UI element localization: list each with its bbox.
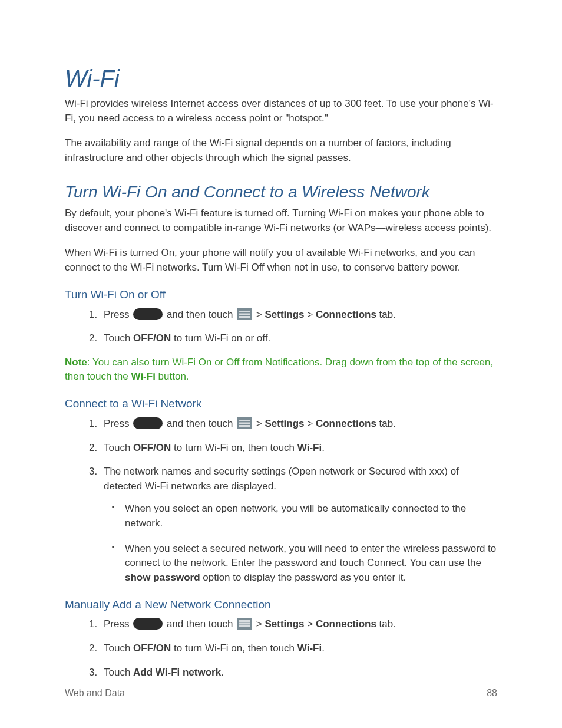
step-text: . (322, 442, 325, 453)
footer-page-number: 88 (487, 688, 497, 699)
bullet-text: When you select a secured network, you w… (125, 543, 496, 569)
note-text: You can also turn Wi-Fi On or Off from N… (65, 357, 493, 383)
sub-bullets: When you select an open network, you wil… (104, 502, 497, 585)
list-item: When you select a secured network, you w… (125, 542, 497, 585)
menu-icon (237, 308, 252, 320)
add-wifi-network-label: Add Wi-Fi network (133, 667, 221, 678)
step-text: > (305, 618, 316, 630)
settings-label: Settings (265, 309, 305, 320)
connections-label: Connections (316, 309, 376, 320)
step-text: Touch (104, 667, 133, 678)
note-sep: : (87, 357, 92, 368)
note-label: Note (65, 357, 87, 368)
home-key-icon (133, 618, 163, 630)
home-key-icon (133, 308, 163, 320)
step-text: Press (104, 618, 132, 630)
step-text: . (322, 643, 325, 654)
intro-paragraph-2: The availability and range of the Wi-Fi … (65, 136, 497, 165)
step-text: > (253, 618, 265, 630)
step-text: . (221, 667, 224, 678)
page-title: Wi-Fi (65, 65, 497, 92)
step-text: tab. (376, 309, 396, 320)
document-page: Wi-Fi Wi-Fi provides wireless Internet a… (0, 0, 562, 728)
connections-label: Connections (316, 618, 376, 630)
step-text: Press (104, 309, 132, 320)
step-text: and then touch (164, 309, 236, 320)
list-item: Press and then touch > Settings > Connec… (100, 308, 497, 322)
off-on-label: OFF/ON (133, 332, 171, 344)
list-item: The network names and security settings … (100, 465, 497, 585)
list-item: Press and then touch > Settings > Connec… (100, 617, 497, 632)
section-heading-turn-on: Turn Wi-Fi On and Connect to a Wireless … (65, 182, 497, 202)
menu-icon (237, 417, 252, 429)
step-text: > (305, 418, 316, 429)
steps-list-c: Press and then touch > Settings > Connec… (65, 617, 497, 680)
wifi-label: Wi-Fi (297, 643, 322, 654)
step-text: The network names and security settings … (104, 466, 459, 492)
off-on-label: OFF/ON (133, 643, 171, 654)
intro-paragraph-1: Wi-Fi provides wireless Internet access … (65, 97, 497, 126)
connections-label: Connections (316, 418, 376, 429)
step-text: tab. (376, 418, 396, 429)
footer-section-name: Web and Data (65, 688, 125, 699)
settings-label: Settings (265, 418, 305, 429)
wifi-label: Wi-Fi (131, 371, 155, 382)
note-text: button. (156, 371, 189, 382)
step-text: to turn Wi-Fi on, then touch (171, 643, 297, 654)
list-item: Press and then touch > Settings > Connec… (100, 417, 497, 431)
step-text: tab. (376, 618, 396, 630)
note-paragraph: Note: You can also turn Wi-Fi On or Off … (65, 355, 497, 384)
list-item: Touch OFF/ON to turn Wi-Fi on or off. (100, 331, 497, 346)
step-text: and then touch (164, 618, 236, 630)
list-item: Touch Add Wi-Fi network. (100, 666, 497, 680)
steps-list-b: Press and then touch > Settings > Connec… (65, 417, 497, 585)
list-item: When you select an open network, you wil… (125, 502, 497, 531)
settings-label: Settings (265, 618, 305, 630)
step-text: Press (104, 418, 132, 429)
subheading-turn-on-off: Turn Wi-Fi On or Off (65, 288, 497, 302)
steps-list-a: Press and then touch > Settings > Connec… (65, 308, 497, 346)
page-footer: Web and Data 88 (65, 688, 497, 699)
menu-icon (237, 618, 252, 630)
step-text: and then touch (164, 418, 236, 429)
step-text: Touch (104, 643, 133, 654)
section-paragraph-1: By default, your phone's Wi-Fi feature i… (65, 206, 497, 235)
step-text: > (253, 418, 265, 429)
list-item: Touch OFF/ON to turn Wi-Fi on, then touc… (100, 441, 497, 456)
step-text: > (305, 309, 316, 320)
section-paragraph-2: When Wi-Fi is turned On, your phone will… (65, 246, 497, 275)
off-on-label: OFF/ON (133, 442, 171, 453)
step-text: Touch (104, 332, 133, 344)
list-item: Touch OFF/ON to turn Wi-Fi on, then touc… (100, 641, 497, 656)
wifi-label: Wi-Fi (297, 442, 322, 453)
step-text: Touch (104, 442, 133, 453)
step-text: to turn Wi-Fi on, then touch (171, 442, 297, 453)
show-password-label: show password (125, 572, 200, 583)
home-key-icon (133, 417, 163, 429)
bullet-text: option to display the password as you en… (200, 572, 406, 583)
subheading-manual-add: Manually Add a New Network Connection (65, 598, 497, 612)
step-text: > (253, 309, 265, 320)
subheading-connect: Connect to a Wi-Fi Network (65, 397, 497, 411)
step-text: to turn Wi-Fi on or off. (171, 332, 270, 344)
